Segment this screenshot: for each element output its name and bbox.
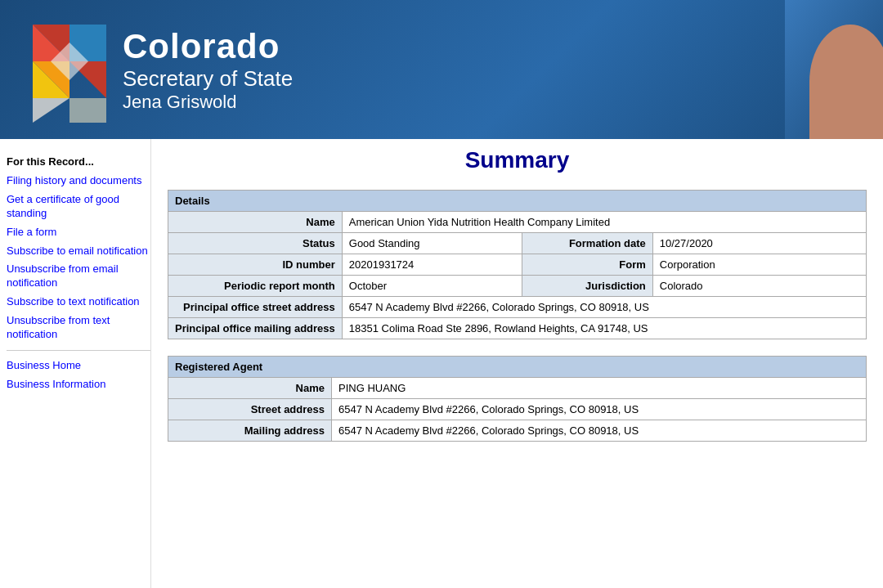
- jurisdiction-value: Colorado: [652, 276, 866, 297]
- sidebar: For this Record... Filing history and do…: [0, 139, 151, 588]
- id-number-value: 20201931724: [342, 254, 522, 276]
- header-text: Colorado Secretary of State Jena Griswol…: [123, 27, 293, 113]
- agency-subtitle: Secretary of State: [123, 66, 293, 92]
- jurisdiction-label: Jurisdiction: [522, 276, 652, 297]
- table-row: ID number 20201931724 Form Corporation: [168, 254, 867, 276]
- details-header: Details: [168, 191, 867, 212]
- form-label: Form: [522, 254, 652, 276]
- formation-date-label: Formation date: [522, 233, 652, 254]
- form-value: Corporation: [652, 254, 866, 276]
- table-row: Periodic report month October Jurisdicti…: [168, 276, 867, 297]
- id-number-label: ID number: [168, 254, 343, 276]
- sidebar-item-certificate[interactable]: Get a certificate of good standing: [7, 193, 150, 221]
- table-row: Mailing address 6547 N Academy Blvd #226…: [168, 420, 867, 442]
- agent-name-label: Name: [168, 378, 332, 399]
- sidebar-item-filing-history[interactable]: Filing history and documents: [7, 174, 150, 188]
- agent-street-label: Street address: [168, 399, 332, 420]
- page-title: Summary: [168, 147, 867, 173]
- periodic-report-value: October: [342, 276, 522, 297]
- sidebar-item-unsubscribe-email[interactable]: Unsubscribe from email notification: [7, 263, 150, 290]
- street-address-value: 6547 N Academy Blvd #2266, Colorado Spri…: [342, 297, 866, 318]
- periodic-report-label: Periodic report month: [168, 276, 343, 297]
- sidebar-section-title: For this Record...: [7, 155, 150, 168]
- table-row: Street address 6547 N Academy Blvd #2266…: [168, 399, 867, 420]
- table-row: Status Good Standing Formation date 10/2…: [168, 233, 867, 254]
- agent-mailing-value: 6547 N Academy Blvd #2266, Colorado Spri…: [332, 420, 867, 442]
- agent-street-value: 6547 N Academy Blvd #2266, Colorado Spri…: [332, 399, 867, 420]
- name-label: Name: [168, 212, 343, 233]
- agent-mailing-label: Mailing address: [168, 420, 332, 442]
- registered-agent-table: Registered Agent Name PING HUANG Street …: [168, 356, 867, 442]
- sidebar-item-subscribe-email[interactable]: Subscribe to email notification: [7, 245, 150, 258]
- secretary-name: Jena Griswold: [123, 92, 293, 113]
- table-header-row: Registered Agent: [168, 357, 867, 378]
- sidebar-item-business-info[interactable]: Business Information: [7, 378, 150, 392]
- sidebar-divider: [7, 350, 150, 351]
- main-content: Summary Details Name American Union Yida…: [151, 139, 883, 588]
- mailing-address-label: Principal office mailing address: [168, 318, 343, 339]
- svg-marker-7: [69, 98, 106, 123]
- formation-date-value: 10/27/2020: [652, 233, 866, 254]
- details-table: Details Name American Union Yida Nutriti…: [168, 190, 867, 339]
- agent-name-value: PING HUANG: [332, 378, 867, 399]
- status-label: Status: [168, 233, 343, 254]
- mailing-address-value: 18351 Colima Road Ste 2896, Rowland Heig…: [342, 318, 866, 339]
- table-row: Name PING HUANG: [168, 378, 867, 399]
- table-row: Principal office mailing address 18351 C…: [168, 318, 867, 339]
- sidebar-item-file-form[interactable]: File a form: [7, 226, 150, 240]
- header-person-image: [785, 0, 883, 139]
- status-value: Good Standing: [342, 233, 522, 254]
- name-value: American Union Yida Nutrition Health Com…: [342, 212, 866, 233]
- table-row: Principal office street address 6547 N A…: [168, 297, 867, 318]
- sidebar-item-business-home[interactable]: Business Home: [7, 359, 150, 373]
- svg-marker-6: [33, 98, 69, 123]
- state-title: Colorado: [123, 27, 293, 66]
- header: Colorado Secretary of State Jena Griswol…: [0, 0, 883, 139]
- table-row: Name American Union Yida Nutrition Healt…: [168, 212, 867, 233]
- sidebar-item-unsubscribe-text[interactable]: Unsubscribe from text notification: [7, 314, 150, 342]
- registered-agent-header: Registered Agent: [168, 357, 867, 378]
- table-header-row: Details: [168, 191, 867, 212]
- page-content: For this Record... Filing history and do…: [0, 139, 883, 588]
- sidebar-item-subscribe-text[interactable]: Subscribe to text notification: [7, 295, 150, 309]
- street-address-label: Principal office street address: [168, 297, 343, 318]
- colorado-logo: [16, 16, 123, 123]
